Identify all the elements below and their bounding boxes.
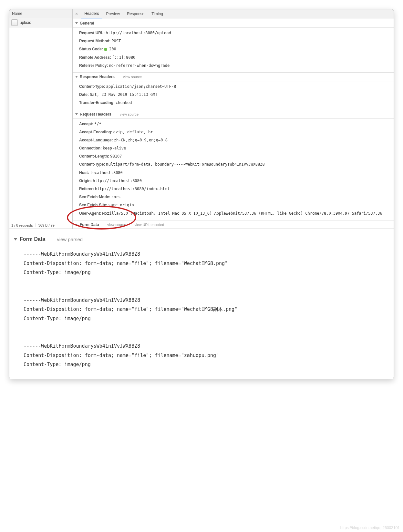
resp-content-type-key: Content-Type:	[79, 84, 105, 89]
req-referer-value: http://localhost:8080/index.html	[95, 187, 170, 191]
chevron-down-icon	[75, 22, 78, 24]
req-connection-value: keep-alive	[103, 146, 126, 150]
footer-requests: 1 / 8 requests	[11, 223, 36, 227]
req-sec-fetch-mode-value: cors	[111, 195, 121, 199]
section-response-headers[interactable]: Response Headers view source	[73, 72, 394, 81]
req-user-agent-value: Mozilla/5.0 (Macintosh; Intel Mac OS X 1…	[102, 211, 382, 216]
section-form-data-label: Form Data	[80, 222, 99, 227]
devtools-window: Name upload 1 / 8 requests 369 B / 99 × …	[9, 9, 394, 379]
section-general-label: General	[80, 21, 94, 26]
resp-transfer-encoding-key: Transfer-Encoding:	[79, 100, 115, 105]
request-method-key: Request Method:	[79, 39, 110, 43]
request-list-header[interactable]: Name	[9, 9, 72, 18]
req-content-type-value: multipart/form-data; boundary=----WebKit…	[106, 162, 264, 167]
status-dot-icon	[104, 48, 107, 51]
status-code-value: 200	[109, 47, 116, 51]
chevron-down-icon	[75, 224, 78, 226]
request-method-value: POST	[111, 39, 121, 43]
req-sec-fetch-mode-key: Sec-Fetch-Mode:	[79, 195, 110, 199]
req-content-length-key: Content-Length:	[79, 154, 109, 159]
req-accept-language-key: Accept-Language:	[79, 138, 113, 142]
details-panel: × Headers Preview Response Timing Genera…	[73, 9, 394, 229]
req-accept-encoding-key: Accept-Encoding:	[79, 130, 112, 134]
section-general[interactable]: General	[73, 19, 394, 28]
tab-response[interactable]: Response	[124, 10, 148, 18]
request-list-panel: Name upload 1 / 8 requests 369 B / 99	[9, 9, 73, 229]
file-icon	[11, 19, 18, 26]
req-sec-fetch-site-key: Sec-Fetch-Site:	[79, 203, 107, 207]
req-sec-fetch-site-value: same-origin	[108, 203, 134, 207]
form-data-raw-body: ------WebKitFormBoundarysWb41nIVvJWX88Z8…	[13, 250, 390, 369]
req-connection-key: Connection:	[79, 146, 102, 150]
section-response-headers-label: Response Headers	[80, 75, 115, 79]
tab-preview[interactable]: Preview	[103, 10, 123, 18]
tabs-row: × Headers Preview Response Timing	[73, 9, 394, 18]
req-content-length-value: 98107	[110, 154, 122, 159]
tab-timing[interactable]: Timing	[148, 10, 166, 18]
footer-bytes: 369 B / 99	[38, 223, 57, 227]
request-name-label: upload	[20, 20, 31, 25]
remote-address-value: [::1]:8080	[112, 55, 135, 60]
view-parsed-link[interactable]: view parsed	[57, 237, 83, 242]
req-host-value: localhost:8080	[90, 170, 123, 175]
req-referer-key: Referer:	[79, 187, 94, 191]
request-url-value: http://localhost:8080/upload	[106, 31, 171, 35]
chevron-down-icon	[75, 76, 78, 78]
remote-address-key: Remote Address:	[79, 55, 111, 60]
general-list: Request URL:http://localhost:8080/upload…	[73, 28, 394, 72]
request-url-key: Request URL:	[79, 31, 105, 35]
devtools-top: Name upload 1 / 8 requests 369 B / 99 × …	[9, 9, 394, 229]
status-code-key: Status Code:	[79, 47, 103, 51]
req-accept-value: */*	[94, 122, 101, 126]
close-icon[interactable]: ×	[75, 11, 80, 16]
req-host-key: Host:	[79, 170, 89, 175]
chevron-down-icon	[14, 238, 17, 240]
request-list-footer: 1 / 8 requests 369 B / 99	[9, 222, 72, 229]
view-url-encoded-link[interactable]: view URL encoded	[134, 223, 164, 227]
req-origin-key: Origin:	[79, 179, 92, 183]
view-source-link[interactable]: view source	[107, 223, 126, 227]
referrer-policy-value: no-referrer-when-downgrade	[109, 63, 170, 68]
section-request-headers[interactable]: Request Headers view source	[73, 110, 394, 119]
response-headers-list: Content-Type:application/json;charset=UT…	[73, 81, 394, 110]
resp-date-key: Date:	[79, 92, 89, 97]
request-row-upload[interactable]: upload	[9, 18, 72, 27]
req-accept-encoding-value: gzip, deflate, br	[113, 130, 153, 134]
form-data-raw-header[interactable]: Form Data view parsed	[13, 234, 390, 246]
headers-details: General Request URL:http://localhost:808…	[73, 18, 394, 229]
req-accept-key: Accept:	[79, 122, 93, 126]
req-user-agent-key: User-Agent:	[79, 211, 101, 216]
tab-headers[interactable]: Headers	[81, 9, 102, 18]
resp-date-value: Sat, 23 Nov 2019 15:41:13 GMT	[90, 92, 158, 97]
view-source-link[interactable]: view source	[123, 75, 142, 79]
req-accept-language-value: zh-CN,zh;q=0.9,en;q=0.8	[114, 138, 168, 142]
request-list: upload	[9, 18, 72, 222]
referrer-policy-key: Referrer Policy:	[79, 63, 108, 68]
resp-content-type-value: application/json;charset=UTF-8	[106, 84, 176, 89]
section-form-data[interactable]: Form Data view source view URL encoded	[73, 220, 394, 229]
section-request-headers-label: Request Headers	[80, 112, 111, 117]
req-content-type-key: Content-Type:	[79, 162, 105, 167]
req-origin-value: http://localhost:8080	[93, 179, 142, 183]
resp-transfer-encoding-value: chunked	[116, 100, 132, 105]
form-data-raw-panel: Form Data view parsed ------WebKitFormBo…	[9, 229, 394, 379]
request-headers-list: Accept:*/* Accept-Encoding:gzip, deflate…	[73, 119, 394, 220]
chevron-down-icon	[75, 113, 78, 115]
form-data-raw-title: Form Data	[20, 236, 45, 242]
view-source-link[interactable]: view source	[120, 112, 139, 116]
